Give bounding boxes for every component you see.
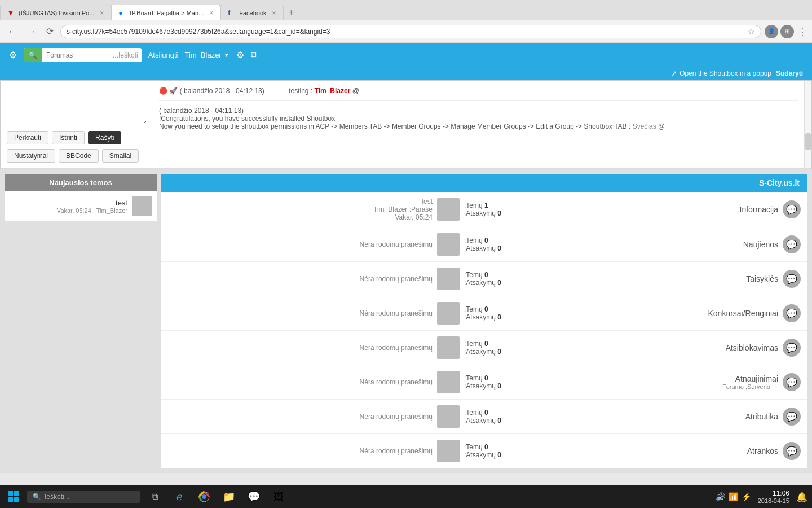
address-input[interactable] — [67, 28, 744, 36]
forum-last-post-4: Nėra rodomų pranešimų — [360, 344, 433, 352]
forum-sub-5: Forumo ,Serverio → — [514, 383, 778, 390]
tab-favicon-3: f — [228, 9, 236, 17]
tab-close-1[interactable]: × — [100, 9, 104, 17]
left-column: Naujausios temos test Vakar, 05:24 · Tim… — [5, 174, 157, 468]
forum-name-4[interactable]: Atsiblokavimas — [514, 343, 778, 352]
shoutbox-action-buttons: Perkrauti Ištrinti Rašyti — [7, 131, 147, 144]
browser-toolbar: ← → ⟳ ☆ 👤 ⊞ ⋮ — [0, 20, 812, 43]
write-button-shout[interactable]: Rašyti — [88, 131, 121, 144]
forum-name-3[interactable]: Konkursai/Renginiai — [514, 309, 778, 318]
shoutbox-scrollbar[interactable] — [804, 81, 811, 168]
shout1-label: testing — [289, 87, 308, 95]
forum-name-5[interactable]: Atnaujinimai — [735, 374, 778, 383]
forum-item-info-4: Nėra rodomų pranešimų — [168, 344, 433, 352]
browser-chrome: ▼ (IŠJUNGTAS) Invision Po... × ● IP.Boar… — [0, 0, 812, 43]
settings-button-shout[interactable]: Nustatymai — [7, 149, 55, 163]
forum-item-info-1: Nėra rodomų pranešimų — [168, 240, 433, 248]
shoutbox-popup-text[interactable]: Open the Shoutbox in a popup — [679, 69, 771, 77]
forum-topics-5: :Temų 0 — [464, 374, 509, 382]
tab-close-2[interactable]: × — [209, 9, 213, 17]
forum-chat-icon-1[interactable]: 💬 — [783, 235, 801, 253]
forum-chat-icon-2[interactable]: 💬 — [783, 270, 801, 288]
forum-chat-icon-0[interactable]: 💬 — [783, 200, 801, 218]
forum-avatar-1 — [437, 233, 460, 256]
ext-icon-2[interactable]: ⊞ — [780, 25, 794, 38]
forum-topics-2: :Temų 0 — [464, 271, 509, 279]
new-tab-button[interactable]: + — [284, 5, 299, 20]
shout2-time: ( balandžio 2018 - 04:11 13) — [159, 107, 244, 115]
forum-stats-2: :Temų 0 :Atsakymų 0 — [464, 271, 509, 287]
smilai-button-shout[interactable]: Smailai — [102, 149, 139, 163]
forum-name-2[interactable]: Taisyklės — [514, 274, 778, 283]
forum-last-post-1: Nėra rodomų pranešimų — [360, 240, 433, 248]
forum-last-post-2: Nėra rodomų pranešimų — [360, 275, 433, 283]
forum-last-post-7: Nėra rodomų pranešimų — [360, 447, 433, 455]
search-icon-button[interactable]: 🔍 — [24, 48, 42, 62]
tab-close-3[interactable]: × — [272, 9, 276, 17]
forum-stats-3: :Temų 0 :Atsakymų 0 — [464, 305, 509, 321]
bookmark-icon[interactable]: ☆ — [748, 27, 755, 36]
reload-button-shout[interactable]: Perkrauti — [7, 131, 48, 144]
forum-avatar-5 — [437, 371, 460, 393]
shout-message-1: 🔴 🚀 ( balandžio 2018 - 04:12 13) testing… — [159, 87, 798, 95]
header-copy-icon[interactable]: ⧉ — [251, 50, 257, 60]
recent-topic-avatar — [132, 196, 152, 216]
forum-name-0[interactable]: Informacija — [514, 205, 778, 214]
header-gear-left-icon[interactable]: ⚙ — [9, 50, 17, 60]
header-gear-right-icon[interactable]: ⚙ — [236, 50, 244, 60]
browser-tab-3[interactable]: f Facebook × — [220, 5, 283, 20]
forum-chat-icon-6[interactable]: 💬 — [783, 408, 801, 426]
forum-chat-icon-7[interactable]: 💬 — [783, 442, 801, 460]
forum-stats-7: :Temų 0 :Atsakymų 0 — [464, 443, 509, 459]
shoutbox-textarea[interactable] — [7, 87, 147, 126]
tab-favicon-1: ▼ — [7, 9, 15, 17]
back-button[interactable]: ← — [5, 25, 20, 38]
shout2-at: @ — [658, 122, 665, 130]
reload-button[interactable]: ⟳ — [43, 25, 57, 38]
bbcode-button-shout[interactable]: BBCode — [59, 149, 99, 163]
forum-item-info-6: Nėra rodomų pranešimų — [168, 413, 433, 421]
forum-name-6[interactable]: Atributika — [514, 412, 778, 421]
forward-button[interactable]: → — [24, 25, 39, 38]
site-header: ⚙ 🔍 ...Ieškoti Atsijungti Tim_Blazer ▼ ⚙… — [0, 43, 812, 67]
forum-topics-4: :Temų 0 — [464, 340, 509, 348]
forum-name-1[interactable]: Naujienos — [514, 240, 778, 249]
browser-tab-1[interactable]: ▼ (IŠJUNGTAS) Invision Po... × — [0, 5, 111, 20]
shout1-at: @ — [352, 87, 359, 95]
shout1-user-link[interactable]: Tim_Blazer — [315, 87, 351, 95]
shoutbox-bar: ↗ Open the Shoutbox in a popup Sudaryti — [0, 67, 812, 80]
forum-topics-3: :Temų 0 — [464, 305, 509, 313]
forum-replies-3: :Atsakymų 0 — [464, 313, 509, 321]
forum-item-1: Nėra rodomų pranešimų :Temų 0 :Atsakymų … — [161, 227, 807, 262]
forum-topics-7: :Temų 0 — [464, 443, 509, 451]
shoutbox-popup-icon[interactable]: ↗ — [670, 69, 677, 78]
forum-item-info-7: Nėra rodomų pranešimų — [168, 447, 433, 455]
recent-topic-title[interactable]: test — [9, 199, 127, 207]
shout2-user-link[interactable]: Svečias — [633, 122, 656, 130]
search-input[interactable] — [42, 49, 109, 62]
forum-replies-0: :Atsakymų 0 — [464, 209, 509, 217]
forum-name-sub-5: Atnaujinimai Forumo ,Serverio → — [514, 374, 778, 390]
forum-item-info-5: Nėra rodomų pranešimų — [168, 378, 433, 386]
forum-chat-icon-4[interactable]: 💬 — [783, 339, 801, 357]
shout-message-2: ( balandžio 2018 - 04:11 13) !Congratula… — [159, 107, 798, 130]
ext-icon-1[interactable]: 👤 — [765, 25, 778, 38]
user-dropdown[interactable]: Tim_Blazer ▼ — [184, 51, 229, 59]
tab-title-1: (IŠJUNGTAS) Invision Po... — [19, 10, 94, 16]
shoutbox-scrollbar-thumb[interactable] — [805, 133, 811, 150]
browser-menu-icon[interactable]: ⋮ — [797, 25, 807, 38]
shoutbox-save-label[interactable]: Sudaryti — [776, 69, 803, 77]
forum-chat-icon-5[interactable]: 💬 — [783, 373, 801, 391]
forum-replies-1: :Atsakymų 0 — [464, 244, 509, 252]
forum-name-7[interactable]: Atrankos — [514, 446, 778, 456]
delete-button-shout[interactable]: Ištrinti — [52, 131, 85, 144]
right-column: S-City.us.lt test Tim_Blazer :Paraše Vak… — [161, 174, 807, 468]
logout-button[interactable]: Atsijungti — [148, 51, 178, 59]
browser-tab-2[interactable]: ● IP.Board: Pagalba > Man... × — [111, 5, 220, 20]
recent-topic-meta: Vakar, 05:24 · Tim_Blazer — [9, 207, 127, 214]
forum-last-user-0: Tim_Blazer :Paraše — [373, 205, 433, 213]
forum-chat-icon-3[interactable]: 💬 — [783, 304, 801, 322]
address-bar[interactable]: ☆ — [60, 25, 761, 38]
browser-tabs: ▼ (IŠJUNGTAS) Invision Po... × ● IP.Boar… — [0, 0, 812, 20]
shout2-text: !Congratulations, you have successfully … — [159, 115, 335, 122]
